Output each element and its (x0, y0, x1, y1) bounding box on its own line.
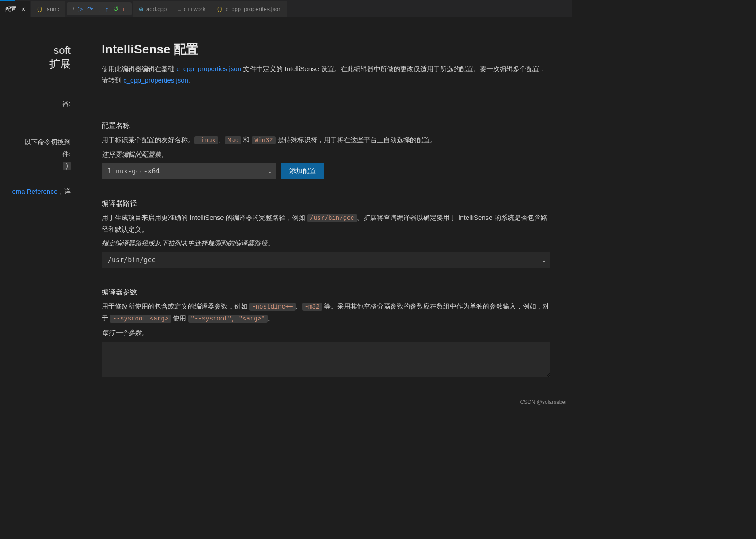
field-description: 用于生成项目来启用更准确的 IntelliSense 的编译器的完整路径，例如 … (102, 212, 550, 235)
chevron-down-icon: ⌄ (543, 257, 546, 263)
debug-toolbar: ⠿ ▷ ↷ ↓ ↑ ↺ □ (67, 2, 132, 15)
restart-icon[interactable]: ↺ (113, 5, 119, 13)
json-icon: {} (36, 6, 42, 12)
step-over-icon[interactable]: ↷ (87, 5, 93, 13)
properties-link[interactable]: c_cpp_properties.json (176, 65, 241, 72)
compiler-path-input[interactable]: /usr/bin/gcc ⌄ (102, 252, 550, 268)
sidebar-text: 器: 以下命令切换到 件: ) ema Reference，详 (0, 98, 80, 197)
tab-properties[interactable]: {} c_cpp_properties.json (211, 1, 288, 17)
grip-icon[interactable]: ⠿ (71, 7, 73, 11)
field-label: 配置名称 (102, 121, 550, 131)
page-title: IntelliSense 配置 (102, 41, 550, 58)
field-hint: 每行一个参数。 (102, 329, 550, 337)
tab-label: c_cpp_properties.json (225, 6, 281, 12)
page-description: 使用此编辑器编辑在基础 c_cpp_properties.json 文件中定义的… (102, 63, 550, 86)
add-config-button[interactable]: 添加配置 (281, 163, 324, 179)
tab-label: launc (46, 6, 59, 12)
tab-label: c++work (184, 6, 205, 12)
compiler-args-textarea[interactable] (102, 342, 550, 377)
tab-launch[interactable]: {} launc (31, 1, 65, 17)
chevron-down-icon: ⌄ (269, 168, 272, 174)
watermark: CSDN @solarsaber (520, 399, 567, 405)
tab-label: add.cpp (146, 6, 167, 12)
close-icon[interactable]: × (21, 5, 25, 13)
tab-add-cpp[interactable]: ⊕ add.cpp (133, 1, 172, 17)
field-hint: 指定编译器路径或从下拉列表中选择检测到的编译器路径。 (102, 239, 550, 248)
field-label: 编译器路径 (102, 199, 550, 208)
step-into-icon[interactable]: ↓ (98, 5, 101, 13)
compiler-args-section: 编译器参数 用于修改所使用的包含或定义的编译器参数，例如 -nostdinc++… (102, 288, 550, 378)
list-icon: ≡ (178, 6, 181, 12)
schema-reference-link[interactable]: ema Reference (12, 188, 57, 195)
tab-config[interactable]: 配置 × (0, 1, 31, 17)
content-area: IntelliSense 配置 使用此编辑器编辑在基础 c_cpp_proper… (80, 17, 572, 408)
field-hint: 选择要编辑的配置集。 (102, 151, 550, 159)
tab-cpp-work[interactable]: ≡ c++work (172, 1, 211, 17)
config-name-section: 配置名称 用于标识某个配置的友好名称。Linux、Mac 和 Win32 是特殊… (102, 121, 550, 179)
field-description: 用于标识某个配置的友好名称。Linux、Mac 和 Win32 是特殊标识符，用… (102, 134, 550, 146)
config-select[interactable]: linux-gcc-x64 ⌄ (102, 163, 276, 179)
json-icon: {} (217, 6, 223, 12)
stop-icon[interactable]: □ (123, 5, 127, 13)
step-out-icon[interactable]: ↑ (105, 5, 109, 13)
continue-icon[interactable]: ▷ (78, 5, 83, 13)
field-label: 编译器参数 (102, 288, 550, 297)
cpp-icon: ⊕ (139, 6, 144, 12)
tab-bar: 配置 × {} launc ⠿ ▷ ↷ ↓ ↑ ↺ □ ⊕ add.cpp ≡ … (0, 1, 572, 17)
properties-link[interactable]: c_cpp_properties.json (123, 76, 188, 84)
tab-label: 配置 (5, 5, 17, 13)
field-description: 用于修改所使用的包含或定义的编译器参数，例如 -nostdinc++、-m32 … (102, 301, 550, 324)
sidebar: soft 扩展 器: 以下命令切换到 件: ) ema Reference，详 (0, 17, 80, 408)
sidebar-heading: soft 扩展 (0, 43, 80, 71)
compiler-path-section: 编译器路径 用于生成项目来启用更准确的 IntelliSense 的编译器的完整… (102, 199, 550, 268)
